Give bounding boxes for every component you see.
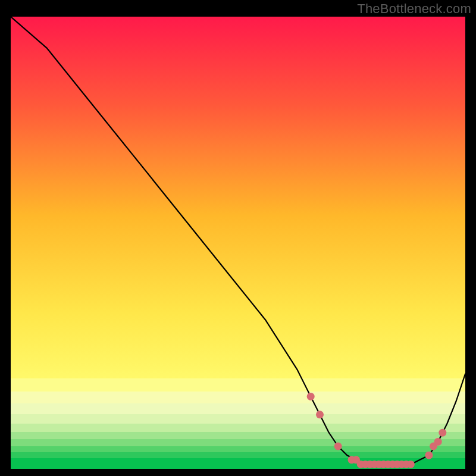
svg-rect-2	[11, 403, 465, 414]
curve-marker	[439, 429, 446, 437]
bottom-bands	[11, 378, 465, 469]
svg-rect-6	[11, 439, 465, 446]
curve-marker	[407, 461, 415, 468]
curve-marker	[316, 411, 324, 418]
gradient-top	[11, 17, 465, 378]
svg-rect-7	[11, 446, 465, 452]
curve-marker	[334, 443, 342, 450]
watermark-text: TheBottleneck.com	[357, 1, 471, 17]
svg-rect-3	[11, 414, 465, 424]
svg-rect-4	[11, 424, 465, 432]
svg-rect-1	[11, 392, 465, 403]
svg-rect-0	[11, 378, 465, 392]
curve-marker	[434, 438, 442, 446]
svg-rect-8	[11, 452, 465, 458]
curve-marker	[307, 393, 315, 400]
chart-svg	[11, 17, 465, 469]
svg-rect-5	[11, 432, 465, 439]
curve-marker	[425, 452, 433, 459]
